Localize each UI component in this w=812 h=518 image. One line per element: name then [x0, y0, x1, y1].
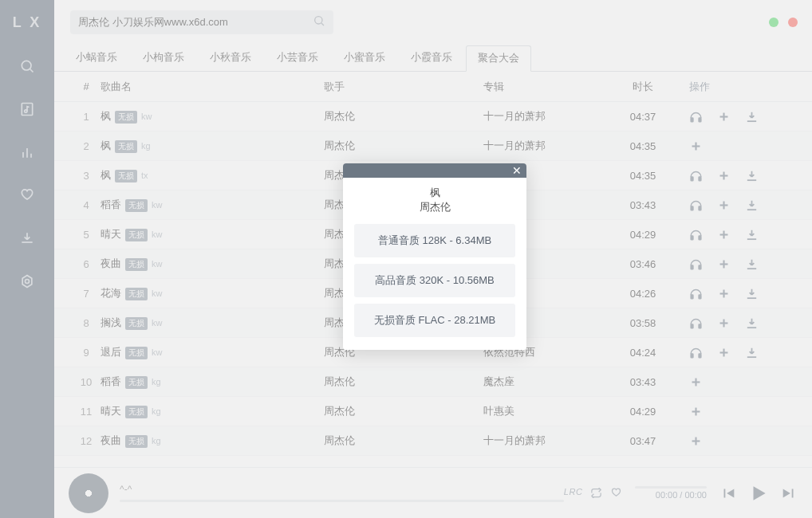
source-tab[interactable]: 聚合大会 [466, 45, 531, 72]
download-icon[interactable] [745, 346, 759, 359]
row-title: 花海无损kw [101, 286, 324, 300]
play-button[interactable] [748, 483, 769, 504]
row-title: 枫无损kw [101, 109, 324, 124]
table-row[interactable]: 10稻香无损kg周杰伦魔杰座03:43 [54, 367, 812, 397]
lossless-badge: 无损 [125, 199, 148, 212]
listen-icon[interactable] [689, 198, 703, 212]
window-minimize[interactable] [769, 18, 778, 27]
listen-icon[interactable] [689, 316, 703, 330]
album-art[interactable] [69, 473, 108, 513]
source-tag: kg [152, 377, 161, 387]
lossless-badge: 无损 [125, 376, 148, 389]
download-icon[interactable] [745, 110, 759, 124]
listen-icon[interactable] [689, 287, 703, 300]
add-icon[interactable] [717, 198, 731, 212]
table-row[interactable]: 11晴天无损kg周杰伦叶惠美04:29 [54, 397, 812, 426]
lossless-badge: 无损 [125, 317, 148, 330]
download-icon[interactable] [745, 287, 759, 300]
volume-slider[interactable] [635, 486, 707, 489]
nav-charts[interactable] [0, 131, 54, 174]
lyrics-toggle[interactable]: L R C [564, 487, 582, 499]
svg-point-8 [26, 280, 30, 284]
row-duration: 03:43 [619, 199, 667, 211]
row-duration: 04:29 [619, 229, 667, 241]
nav-settings[interactable] [0, 260, 54, 303]
table-row[interactable]: 1枫无损kw周杰伦十一月的萧邦04:37 [54, 102, 812, 131]
add-icon[interactable] [717, 346, 731, 359]
add-icon[interactable] [689, 434, 703, 448]
like-icon[interactable] [610, 487, 622, 499]
svg-rect-29 [699, 235, 701, 239]
row-album: 十一月的萧邦 [483, 139, 619, 153]
col-album: 专辑 [483, 80, 619, 94]
listen-icon[interactable] [689, 110, 703, 124]
add-icon[interactable] [717, 287, 731, 300]
row-duration: 04:26 [619, 288, 667, 300]
source-tag: kw [152, 200, 162, 210]
quality-option-320k[interactable]: 高品音质 320K - 10.56MB [354, 264, 515, 297]
svg-point-0 [22, 61, 31, 70]
row-index: 9 [72, 347, 101, 359]
listen-icon[interactable] [689, 228, 703, 241]
prev-button[interactable] [719, 485, 737, 502]
quality-option-128k[interactable]: 普通音质 128K - 6.34MB [354, 224, 515, 257]
download-icon[interactable] [745, 228, 759, 241]
svg-rect-12 [699, 117, 701, 121]
source-tab[interactable]: 小蜜音乐 [332, 45, 397, 71]
nav-search[interactable] [0, 45, 54, 88]
source-tab[interactable]: 小秋音乐 [198, 45, 263, 71]
source-tab[interactable]: 小芸音乐 [265, 45, 330, 71]
search-icon[interactable] [313, 14, 325, 30]
progress-bar[interactable] [120, 500, 564, 502]
row-operations [667, 169, 801, 182]
row-operations [667, 287, 801, 300]
search-input[interactable] [78, 17, 313, 29]
source-tab[interactable]: 小霞音乐 [399, 45, 464, 71]
nav-downloads[interactable] [0, 217, 54, 260]
col-index: # [72, 80, 101, 92]
search-icon [19, 58, 35, 74]
listen-icon[interactable] [689, 169, 703, 182]
row-index: 5 [72, 229, 101, 241]
search-box[interactable] [70, 10, 333, 34]
add-icon[interactable] [717, 228, 731, 241]
add-icon[interactable] [717, 257, 731, 271]
row-index: 11 [72, 406, 101, 418]
window-close[interactable] [788, 18, 798, 27]
add-icon[interactable] [689, 375, 703, 389]
add-icon[interactable] [689, 139, 703, 153]
row-album: 叶惠美 [483, 404, 619, 418]
nav-library[interactable] [0, 88, 54, 131]
add-icon[interactable] [689, 405, 703, 418]
svg-rect-39 [699, 294, 701, 298]
table-row[interactable]: 2枫无损kg周杰伦十一月的萧邦04:35 [54, 131, 812, 161]
add-icon[interactable] [717, 169, 731, 182]
row-duration: 04:29 [619, 406, 667, 418]
source-tab[interactable]: 小蜗音乐 [64, 45, 129, 71]
add-icon[interactable] [717, 316, 731, 330]
row-index: 8 [72, 317, 101, 329]
svg-rect-33 [691, 265, 693, 269]
lossless-badge: 无损 [115, 170, 137, 182]
svg-rect-44 [699, 324, 701, 328]
add-icon[interactable] [717, 110, 731, 124]
row-title: 枫无损tx [101, 168, 324, 182]
music-file-icon [19, 101, 35, 117]
download-icon[interactable] [745, 316, 759, 330]
modal-close[interactable]: ✕ [512, 165, 522, 176]
download-icon[interactable] [745, 257, 759, 271]
svg-rect-38 [691, 294, 693, 298]
row-duration: 04:35 [619, 140, 667, 152]
next-button[interactable] [780, 485, 798, 502]
nav-favorites[interactable] [0, 174, 54, 217]
quality-option-flac[interactable]: 无损音质 FLAC - 28.21MB [354, 304, 515, 337]
shuffle-icon[interactable] [590, 487, 602, 499]
svg-rect-43 [691, 324, 693, 328]
download-icon[interactable] [745, 198, 759, 212]
source-tab[interactable]: 小枸音乐 [131, 45, 196, 71]
listen-icon[interactable] [689, 346, 703, 359]
download-icon[interactable] [745, 169, 759, 182]
listen-icon[interactable] [689, 257, 703, 271]
modal-artist: 周杰伦 [354, 200, 515, 214]
table-row[interactable]: 12夜曲无损kg周杰伦十一月的萧邦03:47 [54, 426, 812, 456]
